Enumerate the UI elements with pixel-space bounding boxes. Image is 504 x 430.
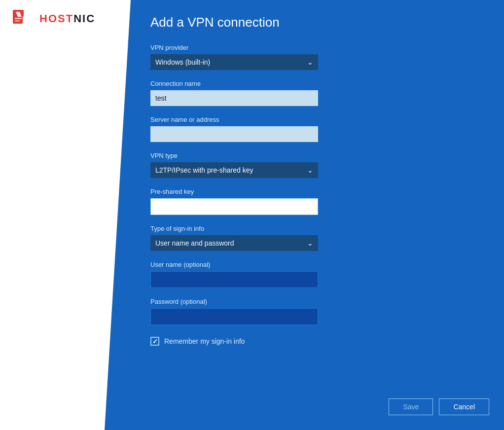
vpn-provider-select-wrapper: Windows (built-in) Other ⌄ [150,54,318,70]
vpn-type-select-wrapper: L2TP/IPsec with pre-shared key Automatic… [150,162,318,178]
svg-rect-4 [15,20,20,22]
vpn-type-group: VPN type L2TP/IPsec with pre-shared key … [150,152,318,178]
button-row: Save Cancel [389,398,489,415]
main-content: Add a VPN connection VPN provider Window… [131,0,504,430]
password-label: Password (optional) [150,298,318,305]
sign-in-type-select[interactable]: User name and password Certificate One-t… [150,235,318,251]
sidebar: HOSTNIC [0,0,131,430]
server-name-input[interactable] [150,126,318,142]
connection-name-group: Connection name [150,80,318,106]
password-input[interactable] [150,308,318,325]
save-button[interactable]: Save [389,398,433,415]
sign-in-type-group: Type of sign-in info User name and passw… [150,225,318,251]
cancel-button[interactable]: Cancel [439,398,489,415]
logo-text: HOSTNIC [39,12,95,25]
username-input[interactable] [150,271,318,288]
vpn-provider-group: VPN provider Windows (built-in) Other ⌄ [150,44,318,70]
pre-shared-key-group: Pre-shared key [150,188,318,215]
vpn-type-select[interactable]: L2TP/IPsec with pre-shared key Automatic… [150,162,318,178]
server-name-group: Server name or address [150,116,318,142]
password-group: Password (optional) [150,298,318,325]
logo-text-host: HOST [39,12,73,25]
svg-rect-3 [15,18,22,19]
connection-name-label: Connection name [150,80,318,87]
remember-signin-label: Remember my sign-in info [164,337,245,345]
pre-shared-key-label: Pre-shared key [150,188,318,195]
remember-signin-row: ✓ Remember my sign-in info [150,337,484,346]
vpn-type-label: VPN type [150,152,318,159]
logo-text-nic: NIC [73,12,95,25]
sign-in-type-label: Type of sign-in info [150,225,318,232]
pre-shared-key-input[interactable] [150,198,318,215]
logo: HOSTNIC [12,9,95,29]
server-name-label: Server name or address [150,116,318,123]
vpn-provider-select[interactable]: Windows (built-in) Other [150,54,318,70]
page-title: Add a VPN connection [150,15,484,30]
sign-in-type-select-wrapper: User name and password Certificate One-t… [150,235,318,251]
username-group: User name (optional) [150,261,318,288]
connection-name-input[interactable] [150,90,318,106]
hostnic-logo-icon [12,9,36,29]
remember-signin-checkbox[interactable]: ✓ [150,337,159,346]
vpn-provider-label: VPN provider [150,44,318,51]
username-label: User name (optional) [150,261,318,268]
checkmark-icon: ✓ [152,338,158,345]
